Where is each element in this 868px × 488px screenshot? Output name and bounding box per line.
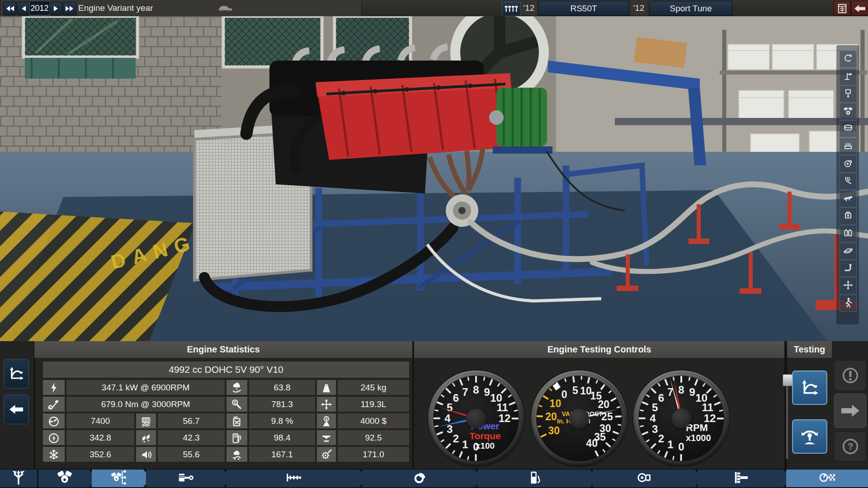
gauge-legend: PowerTorquex100: [458, 421, 512, 451]
warning-button[interactable]: [834, 360, 866, 391]
year-field[interactable]: 2012: [30, 1, 49, 15]
tab-aspiration[interactable]: [362, 469, 482, 487]
engine-pistons-icon: [505, 5, 518, 13]
smoothness-icon: [136, 430, 156, 445]
tool-exhaust-headers-button[interactable]: [840, 173, 857, 190]
torque-icon: [43, 397, 65, 412]
exit-designer-button[interactable]: [851, 1, 868, 16]
workshop-window: [24, 16, 137, 57]
boost-gauge: 0510152025303540102030BOOSTPSIVACIn. Hg: [531, 371, 627, 466]
graph-curve-icon: [8, 366, 24, 382]
car-project-button[interactable]: [216, 2, 234, 14]
engineering-time-icon: [317, 447, 336, 462]
material-cost-icon: $: [317, 413, 336, 428]
fuel-economy-icon: [226, 413, 247, 428]
help-button[interactable]: ?: [834, 432, 866, 461]
gauge-number: 40: [584, 438, 599, 449]
spec-sheet-icon: [837, 3, 847, 14]
tool-engine-hoist-button[interactable]: [840, 68, 857, 85]
svg-text:$: $: [326, 416, 328, 421]
dyno-graph-button[interactable]: [792, 371, 827, 405]
piston-icon: [843, 88, 854, 100]
dyno-curves-button[interactable]: [4, 359, 29, 389]
scene-3d-viewport[interactable]: DANGER: [0, 16, 868, 341]
tool-move-part-button[interactable]: [840, 277, 857, 295]
muffler-icon: [636, 469, 653, 488]
tool-carburetor-button[interactable]: [840, 207, 857, 225]
gauge-legend-label: Torque: [458, 431, 512, 441]
svg-text:91: 91: [234, 435, 237, 437]
back-arrow-icon: [854, 5, 865, 13]
turbo-icon: [411, 469, 428, 488]
throttle-slider-handle[interactable]: [783, 374, 793, 386]
tab-headers[interactable]: [698, 469, 791, 487]
year-fast-back-button[interactable]: [3, 2, 16, 15]
tool-exhaust-pipe-button[interactable]: [840, 260, 857, 277]
help-icon: ?: [841, 437, 859, 455]
gauge-number: 11: [495, 402, 510, 413]
engine-variant-name-button[interactable]: Sport Tune: [649, 1, 732, 16]
tab-exhaust[interactable]: [593, 469, 702, 487]
power-torque-gauge: 0123456789101112PowerTorquex100: [428, 371, 524, 466]
max-rpm-icon: [43, 413, 65, 428]
tool-piston-button[interactable]: [840, 85, 857, 103]
back-panel-button[interactable]: [4, 394, 29, 424]
testing-sidebar-header: Testing: [787, 341, 832, 358]
year-forward-button[interactable]: [50, 2, 62, 15]
gauge-hub: [569, 408, 589, 428]
stat-value: 56.7: [158, 413, 225, 428]
reset-view-icon: [843, 53, 854, 66]
tool-fuel-pumps-button[interactable]: [840, 225, 857, 242]
tab-testing[interactable]: [786, 469, 868, 487]
tab-engine-variant[interactable]: [92, 469, 151, 487]
gauge-legend-label: x100: [458, 441, 512, 451]
tool-air-filter-button[interactable]: [840, 120, 857, 137]
stat-value: 55.6: [158, 447, 225, 462]
stat-value: 4000 $: [338, 413, 409, 428]
engine-family-name-button[interactable]: RS50T: [538, 1, 629, 16]
tab-fuel-system[interactable]: [477, 469, 597, 487]
workshop-window: [223, 16, 322, 67]
year-fast-forward-button[interactable]: [63, 2, 76, 15]
throttle-control-button[interactable]: [792, 419, 827, 454]
tool-turbocharger-button[interactable]: [840, 155, 857, 173]
tab-engine-manager[interactable]: [0, 469, 37, 487]
forward-arrow-icon: [841, 404, 859, 418]
fuel-pumps-icon: [843, 227, 854, 240]
responsiveness-icon: [43, 430, 65, 445]
intake-manifold-icon: [843, 140, 854, 153]
tab-engine-family[interactable]: [38, 469, 96, 487]
teal-cabinets: [25, 58, 136, 79]
year-mode-label: Engine Variant year: [78, 0, 153, 16]
stat-value: 342.8: [66, 430, 134, 445]
tab-top-end[interactable]: [226, 469, 367, 487]
gauge-legend: RPMx1000: [686, 423, 722, 443]
service-cost-icon: $: [226, 397, 247, 412]
year-back-button[interactable]: [17, 2, 30, 15]
fast-forward-icon: [66, 5, 74, 12]
next-step-button[interactable]: [834, 394, 866, 428]
fast-backward-icon: [6, 5, 14, 12]
reliability-icon: [226, 380, 247, 395]
engine-variant-icon: [110, 469, 127, 488]
loudness-icon: [136, 447, 156, 462]
gauge-number: 3: [647, 424, 663, 435]
undertray-icon: [843, 245, 854, 258]
tool-undertray-button[interactable]: [840, 243, 857, 260]
tool-fuel-rail-button[interactable]: [840, 190, 857, 207]
tool-reset-view-button[interactable]: [840, 51, 857, 68]
throttle-slider-track[interactable]: [786, 375, 788, 459]
summary-sheet-button[interactable]: [833, 1, 851, 16]
forward-icon: [54, 5, 59, 12]
family-year-badge: '12: [521, 1, 537, 15]
tab-bottom-end[interactable]: [146, 469, 231, 487]
weight-icon: [317, 380, 336, 395]
tool-engine-block-button[interactable]: [840, 103, 857, 120]
throttle-lever-icon: [799, 427, 820, 446]
tool-walk-mode-button[interactable]: [840, 295, 857, 312]
gauge-legend-label: Power: [458, 421, 512, 431]
turbocharger-icon: [843, 158, 854, 170]
gauge-number: 4: [645, 413, 660, 424]
stat-value: 9.8 %: [249, 413, 315, 428]
tool-intake-manifold-button[interactable]: [840, 138, 857, 155]
